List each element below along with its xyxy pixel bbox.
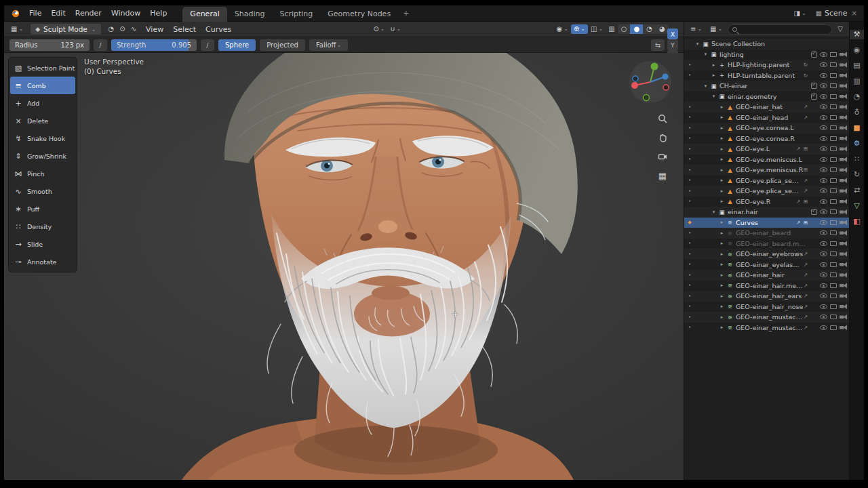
expand-arrow-icon[interactable]: ▸ <box>718 104 726 110</box>
falloff-shape-icon[interactable]: ◔ <box>106 24 117 34</box>
render-disable-toggle[interactable] <box>840 188 847 194</box>
expand-arrow-icon[interactable]: ▸ <box>718 262 726 267</box>
tab-world[interactable]: ♁ <box>850 108 864 117</box>
render-disable-toggle[interactable] <box>840 52 847 58</box>
hide-eye-toggle[interactable] <box>820 104 827 109</box>
expand-arrow-icon[interactable]: ▸ <box>718 146 726 152</box>
row-name[interactable]: GEO-eye.plica_semilun <box>734 177 804 184</box>
hide-eye-toggle[interactable] <box>820 178 827 183</box>
outliner-row[interactable]: • ▸ ▲ GEO-einar_head ↗ <box>684 113 849 123</box>
tab-object[interactable]: ■ <box>850 123 864 133</box>
row-name[interactable]: GEO-eye.meniscus.L <box>734 156 808 163</box>
exclude-checkbox[interactable] <box>811 52 817 58</box>
viewport-disable-toggle[interactable] <box>830 167 837 172</box>
falloff-shape-sphere-button[interactable]: Sphere <box>218 39 256 51</box>
gizmo-x-negative[interactable] <box>663 85 669 90</box>
row-name[interactable]: GEO-eye.plica_semilun <box>734 187 804 195</box>
render-disable-toggle[interactable] <box>840 272 847 278</box>
hide-eye-toggle[interactable] <box>820 188 827 193</box>
hide-eye-toggle[interactable] <box>820 157 827 162</box>
projected-toggle[interactable]: Projected <box>260 39 305 51</box>
outliner-row[interactable]: • ▸ ▲ GEO-eye.plica_semilun ↗ <box>684 176 849 186</box>
gizmo-z-axis[interactable] <box>663 74 669 80</box>
navigation-gizmo[interactable] <box>627 58 674 106</box>
hide-eye-toggle[interactable] <box>820 325 827 330</box>
hide-eye-toggle[interactable] <box>820 136 827 141</box>
mode-dropdown[interactable]: ◆ Sculpt Mode ⌄ <box>30 23 101 35</box>
menu-render[interactable]: Render <box>71 7 106 19</box>
outliner-row[interactable]: • ▸ ≋ GEO-einar_hair ↗ <box>684 270 849 281</box>
outliner-row[interactable]: • ▸ ≋ GEO-einar_hair.messy ↗ <box>684 281 849 291</box>
expand-arrow-icon[interactable]: ▸ <box>710 73 717 78</box>
expand-arrow-icon[interactable]: ▸ <box>718 157 726 162</box>
tab-constraints[interactable]: ⇄ <box>850 186 864 195</box>
tab-particles[interactable]: ∷ <box>850 155 864 164</box>
outliner-row[interactable]: ▾ ▣ CH-einar <box>684 81 849 92</box>
scene-unlink-button[interactable]: × <box>850 9 859 17</box>
tab-scene[interactable]: ◔ <box>850 92 864 102</box>
hide-eye-toggle[interactable] <box>820 272 827 277</box>
row-name[interactable]: GEO-einar_mustache.m <box>734 324 804 331</box>
tool-slide[interactable]: → Slide <box>10 235 75 253</box>
render-disable-toggle[interactable] <box>840 73 847 79</box>
viewport-disable-toggle[interactable] <box>830 146 837 151</box>
expand-arrow-icon[interactable]: ▸ <box>718 241 726 246</box>
outliner-row[interactable]: • ▸ ▲ GEO-eye.L ↗ ⊞ <box>684 144 849 155</box>
render-disable-toggle[interactable] <box>840 115 847 121</box>
row-name[interactable]: einar.geometry <box>726 93 808 100</box>
viewport-disable-toggle[interactable] <box>830 136 837 141</box>
workspace-tab-geometry-nodes[interactable]: Geometry Nodes <box>320 7 398 22</box>
strength-slider[interactable]: Strength 0.905 <box>111 39 197 51</box>
viewport-disable-toggle[interactable] <box>830 272 837 277</box>
menu-file[interactable]: File <box>24 7 46 19</box>
outliner-row[interactable]: • ▸ ≋ GEO-einar_beard.messy <box>684 239 849 249</box>
hide-eye-toggle[interactable] <box>820 220 827 225</box>
viewport-disable-toggle[interactable] <box>830 199 837 204</box>
tool-add[interactable]: + Add <box>10 94 75 112</box>
menu-select[interactable]: Select <box>168 24 201 35</box>
workspace-tab-shading[interactable]: Shading <box>227 7 273 22</box>
tool-pinch[interactable]: ⋈ Pinch <box>10 165 75 182</box>
row-name[interactable]: GEO-eye.meniscus.R <box>734 166 804 174</box>
render-disable-toggle[interactable] <box>840 304 847 310</box>
viewport-disable-toggle[interactable] <box>830 262 837 267</box>
viewport-disable-toggle[interactable] <box>830 62 837 67</box>
viewport-disable-toggle[interactable] <box>830 73 837 78</box>
tab-render[interactable]: ◉ <box>850 45 864 55</box>
expand-arrow-icon[interactable]: ▸ <box>718 314 726 320</box>
render-disable-toggle[interactable] <box>840 209 847 215</box>
row-name[interactable]: GEO-einar_hair.messy <box>734 282 804 289</box>
tool-density[interactable]: ∷ Density <box>10 218 75 235</box>
strength-pressure-toggle[interactable]: ∕ <box>201 39 214 51</box>
render-disable-toggle[interactable] <box>840 251 847 257</box>
outliner-row[interactable]: • ▸ + HLP-turntable.parent ↻ <box>684 70 849 81</box>
search-input[interactable] <box>740 26 827 33</box>
shading-solid-icon[interactable]: ● <box>630 24 643 34</box>
viewport-disable-toggle[interactable] <box>830 314 837 319</box>
symmetry-x-toggle[interactable]: X <box>667 28 678 39</box>
hide-eye-toggle[interactable] <box>820 73 827 78</box>
row-name[interactable]: einar.hair <box>726 208 808 216</box>
tab-output[interactable]: ▤ <box>850 61 864 70</box>
outliner-row[interactable]: • ▸ ▲ GEO-eye.R ↗ ⊞ <box>684 197 849 207</box>
viewport-disable-toggle[interactable] <box>830 325 837 330</box>
row-name[interactable]: GEO-eye.cornea.L <box>734 124 808 131</box>
hide-eye-toggle[interactable] <box>820 209 827 214</box>
viewport-disable-toggle[interactable] <box>830 220 837 225</box>
expand-arrow-icon[interactable]: ▸ <box>718 251 726 257</box>
hide-eye-toggle[interactable] <box>820 230 827 235</box>
expand-arrow-icon[interactable]: ▾ <box>702 83 709 89</box>
render-disable-toggle[interactable] <box>840 146 847 152</box>
grid-toggle-icon[interactable]: ▦ <box>656 169 669 182</box>
hide-eye-toggle[interactable] <box>820 293 827 298</box>
expand-arrow-icon[interactable]: ▸ <box>718 199 726 204</box>
menu-view[interactable]: View <box>141 24 168 35</box>
render-disable-toggle[interactable] <box>840 241 847 247</box>
row-name[interactable]: Curves <box>734 219 796 226</box>
expand-arrow-icon[interactable]: ▾ <box>694 41 701 47</box>
row-name[interactable]: GEO-einar_hat <box>734 103 804 110</box>
add-workspace-button[interactable]: + <box>398 6 414 21</box>
render-disable-toggle[interactable] <box>840 325 847 331</box>
render-disable-toggle[interactable] <box>840 104 847 110</box>
outliner-row[interactable]: • ▸ ▲ GEO-einar_hat ↗ <box>684 102 849 113</box>
